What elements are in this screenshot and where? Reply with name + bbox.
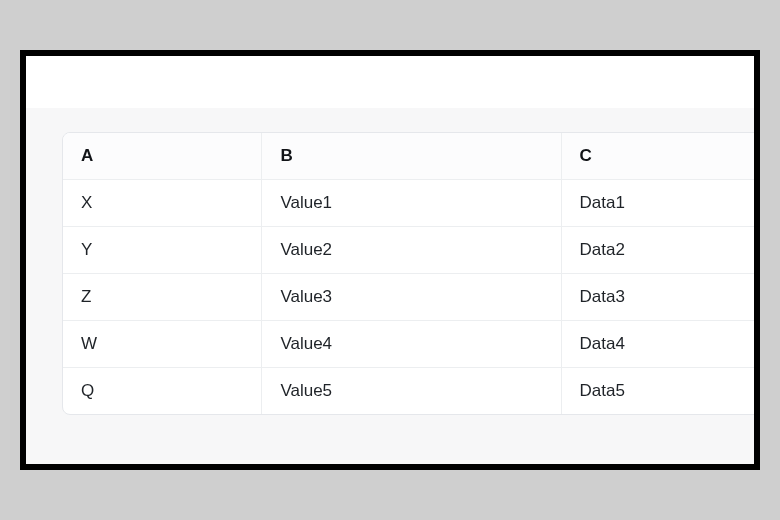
table-header-b: B <box>262 133 561 180</box>
table-cell: Value4 <box>262 321 561 368</box>
table-header-a: A <box>63 133 262 180</box>
table-cell: Value1 <box>262 180 561 227</box>
table-cell: Data3 <box>562 274 760 321</box>
document-frame: A B C X Value1 Data1 Y Value2 Data2 <box>20 50 760 470</box>
table-cell: X <box>63 180 262 227</box>
table-row: Q Value5 Data5 <box>63 368 760 414</box>
table-cell: Value5 <box>262 368 561 414</box>
table-cell: Z <box>63 274 262 321</box>
table-cell: Data4 <box>562 321 760 368</box>
table-cell: Data1 <box>562 180 760 227</box>
table-header-row: A B C <box>63 133 760 180</box>
table-cell: Value3 <box>262 274 561 321</box>
table-cell: Data5 <box>562 368 760 414</box>
table-row: W Value4 Data4 <box>63 321 760 368</box>
content-panel: A B C X Value1 Data1 Y Value2 Data2 <box>26 108 754 464</box>
table-row: Y Value2 Data2 <box>63 227 760 274</box>
table-cell: W <box>63 321 262 368</box>
table-cell: Y <box>63 227 262 274</box>
table-cell: Q <box>63 368 262 414</box>
table-row: Z Value3 Data3 <box>63 274 760 321</box>
table-container: A B C X Value1 Data1 Y Value2 Data2 <box>62 132 754 415</box>
table-cell: Value2 <box>262 227 561 274</box>
table-row: X Value1 Data1 <box>63 180 760 227</box>
data-table: A B C X Value1 Data1 Y Value2 Data2 <box>62 132 760 415</box>
table-cell: Data2 <box>562 227 760 274</box>
table-header-c: C <box>562 133 760 180</box>
